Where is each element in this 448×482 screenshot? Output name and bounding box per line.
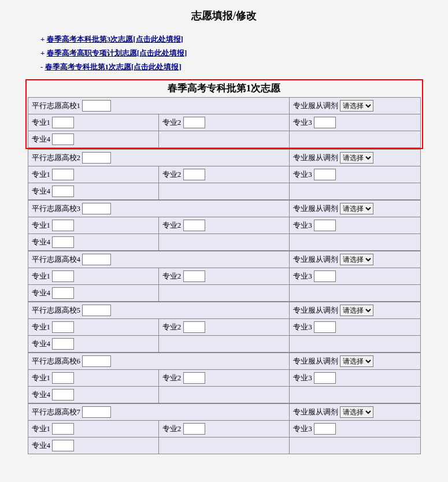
adjust-cell: 专业服从调剂 请选择: [290, 201, 420, 217]
empty-cell: [290, 183, 420, 200]
major-input[interactable]: [314, 270, 336, 282]
empty-cell: [158, 131, 289, 148]
adjust-cell: 专业服从调剂 请选择: [290, 404, 420, 421]
adjust-select[interactable]: 请选择: [340, 305, 373, 316]
major-label: 专业1: [32, 272, 53, 280]
major-cell: 专业3: [290, 217, 420, 234]
major-input[interactable]: [52, 440, 74, 451]
school-input[interactable]: [82, 152, 111, 164]
major-label: 专业3: [293, 118, 314, 127]
major-input[interactable]: [52, 321, 74, 333]
batch-link[interactable]: 春季高考专科批第1次志愿[点击此处填报]: [45, 62, 182, 71]
major-cell: 专业1: [28, 166, 158, 183]
expand-prefix[interactable]: +: [40, 35, 47, 43]
major-input[interactable]: [314, 423, 336, 435]
adjust-label: 专业服从调剂: [293, 101, 340, 110]
major-input[interactable]: [52, 389, 74, 401]
major-input[interactable]: [314, 220, 336, 231]
adjust-label: 专业服从调剂: [293, 255, 340, 264]
major-input[interactable]: [52, 169, 74, 180]
school-block: 平行志愿高校4 专业服从调剂 请选择专业1 专业2 专业3 专业4: [28, 251, 421, 302]
major-input[interactable]: [52, 134, 74, 145]
major-label: 专业3: [293, 272, 314, 280]
school-block: 平行志愿高校7 专业服从调剂 请选择专业1 专业2 专业3 专业4: [28, 403, 421, 454]
major-input[interactable]: [183, 220, 205, 231]
batch-link[interactable]: 春季高考高职专项计划志愿[点击此处填报]: [47, 49, 187, 57]
adjust-select[interactable]: 请选择: [340, 100, 373, 112]
major-cell: 专业3: [290, 166, 420, 183]
school-block: 平行志愿高校2 专业服从调剂 请选择专业1 专业2 专业3 专业4: [28, 149, 421, 200]
major-input[interactable]: [183, 270, 205, 282]
major-cell: 专业1: [28, 217, 158, 234]
major-input[interactable]: [314, 117, 336, 128]
major-input[interactable]: [52, 186, 74, 197]
school-input[interactable]: [82, 254, 111, 265]
major-cell: 专业3: [290, 114, 420, 131]
major-input[interactable]: [52, 117, 74, 128]
major-input[interactable]: [183, 321, 205, 333]
batch-links: + 春季高考本科批第3次志愿[点击此处填报]+ 春季高考高职专项计划志愿[点击此…: [40, 34, 448, 72]
school-label: 平行志愿高校2: [32, 153, 83, 162]
empty-cell: [158, 437, 289, 454]
major-input[interactable]: [52, 236, 74, 248]
major-label: 专业1: [32, 322, 53, 331]
school-input[interactable]: [82, 305, 111, 316]
adjust-select[interactable]: 请选择: [340, 254, 373, 265]
major-label: 专业1: [32, 170, 53, 179]
major-cell: 专业4: [28, 183, 158, 200]
major-input[interactable]: [52, 372, 74, 384]
major-cell: 专业2: [158, 421, 289, 437]
adjust-select[interactable]: 请选择: [340, 406, 373, 418]
highlight-box: 春季高考专科批第1次志愿 平行志愿高校1 专业服从调剂 请选择专业1 专业2 专…: [25, 79, 423, 149]
empty-cell: [290, 437, 420, 454]
adjust-cell: 专业服从调剂 请选择: [290, 98, 420, 114]
adjust-label: 专业服从调剂: [293, 357, 340, 365]
major-cell: 专业3: [290, 370, 420, 387]
major-label: 专业4: [32, 441, 53, 450]
major-input[interactable]: [314, 372, 336, 384]
adjust-select[interactable]: 请选择: [340, 152, 373, 164]
major-input[interactable]: [183, 117, 205, 128]
empty-cell: [158, 183, 289, 200]
major-input[interactable]: [183, 169, 205, 180]
empty-cell: [290, 387, 420, 403]
school-input[interactable]: [82, 406, 111, 418]
major-input[interactable]: [314, 169, 336, 180]
expand-prefix[interactable]: +: [40, 49, 47, 57]
batch-link[interactable]: 春季高考本科批第3次志愿[点击此处填报]: [47, 35, 183, 43]
school-input[interactable]: [82, 355, 111, 367]
school-block: 平行志愿高校3 专业服从调剂 请选择专业1 专业2 专业3 专业4: [28, 200, 421, 251]
major-label: 专业2: [162, 322, 183, 331]
major-cell: 专业1: [28, 268, 158, 285]
major-cell: 专业4: [28, 437, 158, 454]
major-cell: 专业1: [28, 421, 158, 437]
major-cell: 专业3: [290, 319, 420, 336]
major-cell: 专业2: [158, 166, 289, 183]
major-input[interactable]: [52, 423, 74, 435]
empty-cell: [290, 234, 420, 251]
major-input[interactable]: [183, 423, 205, 435]
batch-link-row: + 春季高考高职专项计划志愿[点击此处填报]: [40, 48, 448, 58]
major-input[interactable]: [314, 321, 336, 333]
school-input[interactable]: [82, 203, 111, 214]
major-input[interactable]: [52, 287, 74, 299]
school-cell: 平行志愿高校7: [28, 404, 290, 421]
adjust-select[interactable]: 请选择: [340, 355, 373, 367]
major-cell: 专业4: [28, 234, 158, 251]
major-label: 专业2: [162, 221, 183, 229]
batch-link-row: - 春季高考专科批第1次志愿[点击此处填报]: [40, 62, 448, 72]
school-input[interactable]: [82, 100, 111, 112]
major-input[interactable]: [52, 270, 74, 282]
page-title: 志愿填报/修改: [0, 9, 448, 23]
major-input[interactable]: [183, 372, 205, 384]
major-label: 专业3: [293, 322, 314, 331]
major-label: 专业3: [293, 221, 314, 229]
major-input[interactable]: [52, 220, 74, 231]
empty-cell: [290, 131, 420, 148]
section-title: 春季高考专科批第1次志愿: [27, 80, 422, 97]
major-input[interactable]: [52, 338, 74, 350]
adjust-select[interactable]: 请选择: [340, 203, 373, 214]
major-label: 专业3: [293, 170, 314, 179]
adjust-cell: 专业服从调剂 请选择: [290, 302, 420, 319]
expand-prefix[interactable]: -: [40, 62, 45, 71]
